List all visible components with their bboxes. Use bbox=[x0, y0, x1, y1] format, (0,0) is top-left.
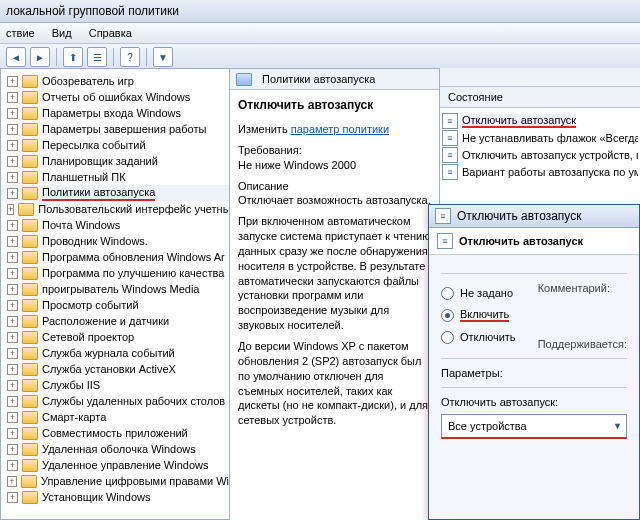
tree-node-label: Службы IIS bbox=[42, 379, 100, 391]
tree-node[interactable]: +Планшетный ПК bbox=[1, 169, 229, 185]
tree-node-label: Параметры завершения работы bbox=[42, 123, 206, 135]
tree-node[interactable]: +Параметры завершения работы bbox=[1, 121, 229, 137]
tree-node[interactable]: +Управление цифровыми правами Wi bbox=[1, 473, 229, 489]
tree-node-label: Политики автозапуска bbox=[42, 186, 155, 201]
menu-action[interactable]: ствие bbox=[6, 27, 35, 39]
expand-icon[interactable]: + bbox=[7, 332, 18, 343]
expand-icon[interactable]: + bbox=[7, 124, 18, 135]
expand-icon[interactable]: + bbox=[7, 412, 18, 423]
expand-icon[interactable]: + bbox=[7, 284, 18, 295]
folder-icon bbox=[22, 251, 38, 264]
expand-icon[interactable]: + bbox=[7, 476, 17, 487]
expand-icon[interactable]: + bbox=[7, 76, 18, 87]
tree-node[interactable]: +Политики автозапуска bbox=[1, 185, 229, 201]
expand-icon[interactable]: + bbox=[7, 268, 18, 279]
tree-node[interactable]: +Пользовательский интерфейс учетны bbox=[1, 201, 229, 217]
expand-icon[interactable]: + bbox=[7, 380, 18, 391]
tree-node[interactable]: +Почта Windows bbox=[1, 217, 229, 233]
policy-tree[interactable]: +Обозреватель игр+Отчеты об ошибках Wind… bbox=[0, 68, 230, 520]
edit-policy-link[interactable]: параметр политики bbox=[291, 123, 389, 135]
expand-icon[interactable]: + bbox=[7, 236, 18, 247]
tree-node[interactable]: +Отчеты об ошибках Windows bbox=[1, 89, 229, 105]
radio-icon bbox=[441, 287, 454, 300]
requirements-label: Требования: bbox=[238, 144, 302, 156]
settings-list-item[interactable]: ≡Отключить автозапуск bbox=[442, 112, 638, 129]
tree-node[interactable]: +Удаленная оболочка Windows bbox=[1, 441, 229, 457]
settings-list-item[interactable]: ≡Вариант работы автозапуска по умо. bbox=[442, 163, 638, 180]
expand-icon[interactable]: + bbox=[7, 204, 14, 215]
expand-icon[interactable]: + bbox=[7, 172, 18, 183]
expand-icon[interactable]: + bbox=[7, 396, 18, 407]
tree-node[interactable]: +Пересылка событий bbox=[1, 137, 229, 153]
filter-icon[interactable]: ▼ bbox=[153, 47, 173, 67]
tree-node[interactable]: +Службы IIS bbox=[1, 377, 229, 393]
menu-view[interactable]: Вид bbox=[52, 27, 72, 39]
expand-icon[interactable]: + bbox=[7, 140, 18, 151]
tree-node[interactable]: +Совместимость приложений bbox=[1, 425, 229, 441]
expand-icon[interactable]: + bbox=[7, 492, 18, 503]
tree-node[interactable]: +Просмотр событий bbox=[1, 297, 229, 313]
settings-list-item[interactable]: ≡Не устанавливать флажок «Всегда вы bbox=[442, 129, 638, 146]
expand-icon[interactable]: + bbox=[7, 156, 18, 167]
tree-node[interactable]: +Установщик Windows bbox=[1, 489, 229, 505]
tree-node[interactable]: +Службы удаленных рабочих столов bbox=[1, 393, 229, 409]
tree-node[interactable]: +Программа по улучшению качества bbox=[1, 265, 229, 281]
radio-not-configured[interactable]: Не задано bbox=[441, 282, 516, 304]
expand-icon[interactable]: + bbox=[7, 348, 18, 359]
tree-node[interactable]: +Удаленное управление Windows bbox=[1, 457, 229, 473]
tree-node[interactable]: +Программа обновления Windows Ar bbox=[1, 249, 229, 265]
tree-node[interactable]: +Смарт-карта bbox=[1, 409, 229, 425]
tree-node[interactable]: +Планировщик заданий bbox=[1, 153, 229, 169]
help-icon[interactable]: ? bbox=[120, 47, 140, 67]
expand-icon[interactable]: + bbox=[7, 108, 18, 119]
tree-node-label: Пользовательский интерфейс учетны bbox=[38, 203, 230, 215]
folder-icon bbox=[22, 139, 38, 152]
tree-node[interactable]: +Расположение и датчики bbox=[1, 313, 229, 329]
tree-node-label: Планшетный ПК bbox=[42, 171, 126, 183]
expand-icon[interactable]: + bbox=[7, 220, 18, 231]
up-icon[interactable]: ⬆ bbox=[63, 47, 83, 67]
tree-node[interactable]: +Обозреватель игр bbox=[1, 73, 229, 89]
tree-node[interactable]: +Служба журнала событий bbox=[1, 345, 229, 361]
folder-icon bbox=[22, 395, 38, 408]
menu-help[interactable]: Справка bbox=[89, 27, 132, 39]
folder-icon bbox=[22, 123, 38, 136]
menubar: ствие Вид Справка bbox=[0, 23, 640, 44]
folder-icon bbox=[22, 187, 38, 200]
expand-icon[interactable]: + bbox=[7, 188, 18, 199]
window-title: локальной групповой политики bbox=[0, 0, 640, 23]
expand-icon[interactable]: + bbox=[7, 364, 18, 375]
description-text-1: Отключает возможность автозапуска. bbox=[238, 194, 431, 206]
expand-icon[interactable]: + bbox=[7, 92, 18, 103]
separator bbox=[441, 273, 627, 274]
requirements-value: Не ниже Windows 2000 bbox=[238, 159, 356, 171]
tree-node-label: Планировщик заданий bbox=[42, 155, 158, 167]
radio-disabled[interactable]: Отключить bbox=[441, 326, 516, 348]
tree-node-label: Программа обновления Windows Ar bbox=[42, 251, 225, 263]
expand-icon[interactable]: + bbox=[7, 444, 18, 455]
list-icon[interactable]: ☰ bbox=[87, 47, 107, 67]
folder-icon bbox=[22, 91, 38, 104]
tree-node[interactable]: +Параметры входа Windows bbox=[1, 105, 229, 121]
settings-list-item[interactable]: ≡Отключить автозапуск устройств, не bbox=[442, 146, 638, 163]
settings-item-label: Отключить автозапуск bbox=[462, 114, 576, 128]
tree-node-label: Удаленная оболочка Windows bbox=[42, 443, 196, 455]
expand-icon[interactable]: + bbox=[7, 252, 18, 263]
autorun-scope-dropdown[interactable]: Все устройства ▼ bbox=[441, 414, 627, 439]
back-icon[interactable]: ◄ bbox=[6, 47, 26, 67]
forward-icon[interactable]: ► bbox=[30, 47, 50, 67]
column-header-state[interactable]: Состояние bbox=[440, 87, 640, 108]
tree-node[interactable]: +Проводник Windows. bbox=[1, 233, 229, 249]
expand-icon[interactable]: + bbox=[7, 300, 18, 311]
comment-label: Комментарий: bbox=[538, 282, 627, 294]
folder-icon bbox=[22, 299, 38, 312]
dropdown-label: Отключить автозапуск: bbox=[441, 396, 627, 408]
expand-icon[interactable]: + bbox=[7, 316, 18, 327]
tree-node[interactable]: +Служба установки ActiveX bbox=[1, 361, 229, 377]
expand-icon[interactable]: + bbox=[7, 428, 18, 439]
radio-enabled[interactable]: Включить bbox=[441, 304, 516, 326]
policy-icon: ≡ bbox=[437, 233, 453, 249]
tree-node[interactable]: +проигрыватель Windows Media bbox=[1, 281, 229, 297]
tree-node[interactable]: +Сетевой проектор bbox=[1, 329, 229, 345]
expand-icon[interactable]: + bbox=[7, 460, 18, 471]
